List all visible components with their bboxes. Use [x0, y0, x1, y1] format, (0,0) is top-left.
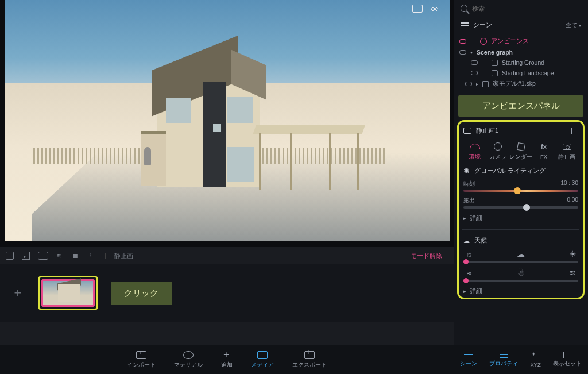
weather-header: ☁天候	[463, 237, 578, 245]
weather-row-1: ☼ ☁ ☀	[465, 249, 577, 259]
sun-small-icon: ☼	[465, 249, 474, 259]
media-strip: + クリック	[0, 264, 454, 322]
time-slider[interactable]	[463, 190, 578, 192]
list-tool-icon[interactable]: ≣	[72, 252, 80, 260]
image-tool-icon[interactable]	[6, 252, 14, 260]
menu-icon	[461, 22, 469, 28]
text-tool-icon[interactable]: ⫶	[88, 252, 96, 260]
scene-title: シーン	[473, 21, 492, 29]
ambience-tabs: 環境 カメラ レンダー fxFX 静止画	[463, 142, 578, 161]
viewport: 👁	[0, 0, 454, 247]
nav-material[interactable]: マテリアル	[174, 351, 203, 369]
weather-row-2: ≈ ☃ ≋	[465, 268, 577, 277]
folder-icon	[482, 81, 489, 87]
fog-high-icon: ≋	[568, 268, 577, 277]
search-row	[454, 0, 588, 17]
tab-render[interactable]: レンダー	[509, 142, 532, 161]
weather-detail-disclosure[interactable]: 詳細	[463, 287, 578, 295]
right-bottom-nav: シーン プロパティ ✦XYZ 表示セット	[454, 345, 588, 374]
tree-starting-landscape[interactable]: Starting Landscape	[454, 68, 588, 78]
layers-tool-icon[interactable]: ≋	[56, 252, 64, 260]
rnav-viewsets[interactable]: 表示セット	[553, 352, 582, 368]
ambience-title: 静止画1	[476, 126, 498, 135]
tree-scene-graph[interactable]: ▾Scene graph	[454, 47, 588, 57]
scene-header[interactable]: シーン 全て ▾	[454, 17, 588, 33]
nav-media[interactable]: メディア	[251, 351, 274, 369]
tree-ambience[interactable]: アンビエンス	[454, 36, 588, 47]
render-scene[interactable]: 👁	[5, 0, 450, 241]
nav-export[interactable]: ↑エクスポート	[292, 351, 327, 369]
rnav-xyz[interactable]: ✦XYZ	[530, 352, 540, 368]
search-input[interactable]	[472, 5, 581, 12]
tab-still[interactable]: 静止画	[555, 142, 578, 161]
ground-icon	[492, 60, 498, 66]
detail-disclosure[interactable]: 詳細	[463, 214, 578, 222]
weather-icon: ☁	[463, 237, 470, 244]
annotation-click-label: クリック	[111, 282, 172, 305]
grid-icon[interactable]	[571, 128, 578, 134]
sun-icon	[463, 167, 470, 175]
weather-slider-2[interactable]	[463, 280, 578, 282]
add-media-button[interactable]: +	[10, 286, 25, 300]
nav-add[interactable]: ＋追加	[221, 351, 233, 369]
scene-tree: アンビエンス ▾Scene graph Starting Ground Star…	[454, 33, 588, 92]
exposure-slider[interactable]	[463, 206, 578, 209]
snowman-icon: ☃	[516, 268, 525, 277]
annotation-panel-title: アンビエンスパネル	[458, 95, 583, 117]
search-icon	[461, 5, 467, 12]
sun-large-icon: ☀	[568, 249, 577, 259]
fog-low-icon: ≈	[465, 268, 474, 277]
nav-import[interactable]: ↓インポート	[127, 351, 156, 369]
aspect-icon[interactable]	[412, 5, 423, 13]
play-tool-icon[interactable]: ▸	[22, 252, 30, 260]
rnav-property[interactable]: プロパティ	[489, 352, 518, 368]
bottom-nav: ↓インポート マテリアル ＋追加 メディア ↑エクスポート	[0, 345, 454, 374]
exposure-row: 露出0.00	[463, 196, 578, 205]
right-panel: シーン 全て ▾ アンビエンス ▾Scene graph Starting Gr…	[454, 0, 588, 374]
tab-fx[interactable]: fxFX	[532, 142, 555, 161]
cloud-icon: ☁	[516, 249, 525, 259]
ambience-icon	[480, 38, 487, 45]
vr-icon[interactable]: 👁	[431, 5, 439, 14]
tab-environment[interactable]: 環境	[463, 142, 486, 161]
pano-tool-icon[interactable]	[38, 252, 48, 260]
scene-filter[interactable]: 全て ▾	[566, 21, 581, 29]
global-lighting-header: グローバル ライティング	[463, 167, 578, 175]
tree-house-model[interactable]: ▸家モデル#1.skp	[454, 78, 588, 90]
mode-release-button[interactable]: モード解除	[405, 250, 448, 262]
tree-starting-ground[interactable]: Starting Ground	[454, 57, 588, 68]
time-row: 時刻10 : 30	[463, 180, 578, 188]
ambience-panel: 静止画1 環境 カメラ レンダー fxFX 静止画 グローバル ライティング 時…	[457, 120, 585, 299]
rnav-scene[interactable]: シーン	[460, 352, 477, 368]
landscape-icon	[492, 70, 498, 76]
toolbar-still-label: 静止画	[114, 252, 133, 260]
tab-camera[interactable]: カメラ	[486, 142, 509, 161]
media-toolbar: ▸ ≋ ≣ ⫶ | 静止画 モード解除	[0, 247, 454, 264]
camera-icon	[463, 128, 471, 134]
ambience-title-row: 静止画1	[463, 126, 578, 135]
media-thumbnail[interactable]	[38, 276, 98, 310]
weather-slider-1[interactable]	[463, 261, 578, 263]
